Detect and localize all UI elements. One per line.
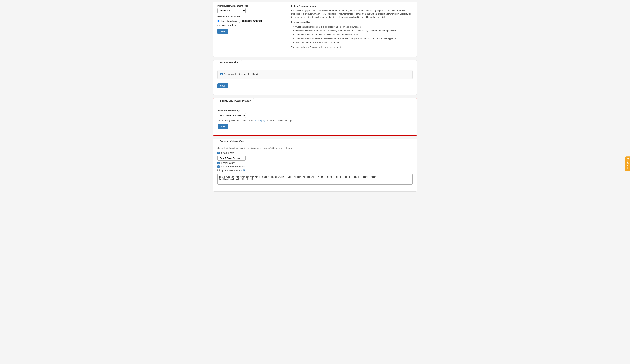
device-page-link[interactable]: device page bbox=[255, 119, 266, 122]
energy-power-section: Energy and Power Display Production Read… bbox=[213, 98, 417, 136]
summary-kiosk-title: Summary/Kiosk View bbox=[217, 139, 248, 144]
past-days-dropdown[interactable]: Past Days Energy Past 7 Days Energy Past… bbox=[218, 156, 246, 161]
environmental-label: Environmental Benefits bbox=[221, 165, 245, 168]
production-readings-label: Production Readings bbox=[218, 109, 412, 112]
microinverter-attachment-select[interactable]: Select one bbox=[218, 8, 246, 13]
energy-save-button[interactable]: Save bbox=[218, 124, 228, 129]
operational-date-input[interactable] bbox=[239, 19, 274, 23]
qualify-item: Defective microinverter must have previo… bbox=[293, 29, 412, 32]
operational-radio[interactable] bbox=[218, 20, 220, 22]
environmental-checkbox[interactable] bbox=[218, 166, 220, 168]
qualify-item: Must be an reimbursement eligible produc… bbox=[293, 25, 412, 29]
microinverter-attachment-label: Microinverter Attachment Type bbox=[218, 5, 284, 7]
energy-power-title: Energy and Power Display bbox=[217, 98, 254, 103]
qualify-item: The defective microinverter must be retu… bbox=[293, 37, 412, 40]
system-weather-title: System Weather bbox=[217, 60, 242, 65]
weather-checkbox-label: Show weather features for this site bbox=[224, 73, 259, 76]
energy-graph-label: Energy Graph bbox=[221, 162, 235, 164]
system-description-edit-link[interactable]: edit bbox=[242, 169, 245, 172]
operational-label: Operational as of bbox=[221, 20, 238, 22]
qualify-item: The unit installation date must be withi… bbox=[293, 33, 412, 36]
meter-note: Meter settings have been moved to the de… bbox=[218, 119, 412, 122]
labor-title: Labor Reimbursement bbox=[291, 5, 412, 7]
microinverter-save-button[interactable]: Save bbox=[218, 29, 228, 34]
weather-save-button[interactable]: Save bbox=[218, 83, 228, 88]
system-view-label: System View bbox=[221, 152, 234, 154]
system-description-checkbox[interactable] bbox=[218, 169, 220, 172]
system-view-checkbox[interactable] bbox=[218, 152, 220, 154]
energy-graph-checkbox[interactable] bbox=[218, 162, 220, 164]
weather-checkbox[interactable] bbox=[220, 73, 223, 75]
labor-body-text: Enphase Energy provides a discretionary … bbox=[291, 9, 412, 19]
no-rma-text: This system has no RMAs eligible for rei… bbox=[291, 46, 412, 49]
qualify-list: Must be an reimbursement eligible produc… bbox=[291, 25, 412, 44]
summary-description: Select the information you'd like to dis… bbox=[218, 147, 412, 149]
non-operational-label: Non-operational bbox=[221, 24, 237, 26]
system-description-label: System Description bbox=[221, 169, 240, 172]
feedback-tab[interactable]: Feedback bbox=[626, 157, 630, 171]
qualify-label: In order to qualify: bbox=[291, 20, 412, 24]
qualify-item: No claims older than 3 months will be ap… bbox=[293, 41, 412, 44]
production-readings-select[interactable]: Meter Measurements Microinverter Calcula… bbox=[218, 113, 246, 118]
non-operational-radio[interactable] bbox=[218, 24, 220, 26]
system-description-textarea[interactable]: The original <strong>pmu</strong> meter … bbox=[218, 174, 412, 185]
permission-label: Permission To Operate bbox=[218, 15, 284, 18]
